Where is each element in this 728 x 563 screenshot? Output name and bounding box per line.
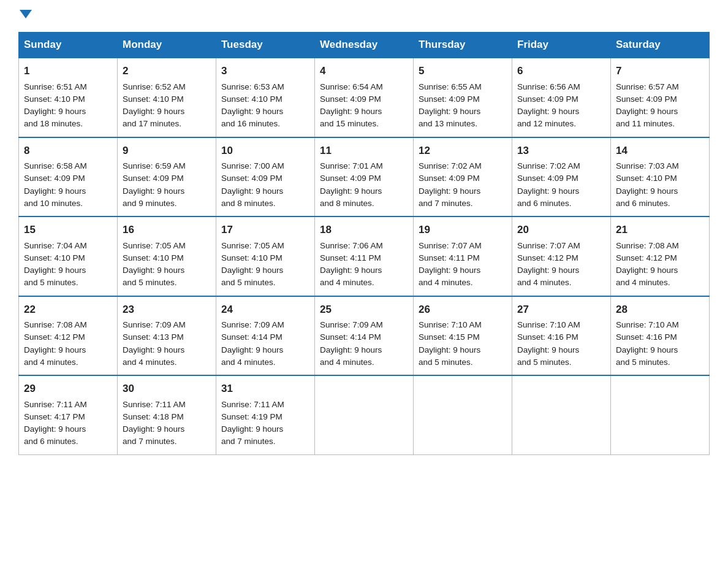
calendar-week-row: 29Sunrise: 7:11 AMSunset: 4:17 PMDayligh… [19, 375, 710, 454]
day-number: 16 [123, 222, 211, 238]
day-number: 27 [517, 302, 605, 318]
day-number: 8 [24, 143, 112, 159]
calendar-header-thursday: Thursday [414, 33, 512, 58]
calendar-day-cell: 1Sunrise: 6:51 AMSunset: 4:10 PMDaylight… [19, 58, 118, 137]
calendar-day-cell: 12Sunrise: 7:02 AMSunset: 4:09 PMDayligh… [414, 137, 512, 217]
day-number: 22 [24, 302, 112, 318]
day-number: 24 [221, 302, 309, 318]
calendar-day-cell: 19Sunrise: 7:07 AMSunset: 4:11 PMDayligh… [414, 216, 512, 296]
day-number: 1 [24, 63, 112, 79]
calendar-day-cell: 30Sunrise: 7:11 AMSunset: 4:18 PMDayligh… [118, 375, 216, 454]
day-number: 7 [616, 63, 704, 79]
day-number: 12 [419, 143, 507, 159]
calendar-day-cell: 25Sunrise: 7:09 AMSunset: 4:14 PMDayligh… [315, 296, 414, 376]
calendar-header-saturday: Saturday [611, 33, 710, 58]
calendar-table: SundayMondayTuesdayWednesdayThursdayFrid… [18, 32, 710, 455]
day-number: 14 [616, 143, 704, 159]
logo [18, 12, 32, 21]
calendar-day-cell: 5Sunrise: 6:55 AMSunset: 4:09 PMDaylight… [414, 58, 512, 137]
calendar-day-cell: 29Sunrise: 7:11 AMSunset: 4:17 PMDayligh… [19, 375, 118, 454]
calendar-day-cell: 21Sunrise: 7:08 AMSunset: 4:12 PMDayligh… [611, 216, 710, 296]
calendar-day-cell: 7Sunrise: 6:57 AMSunset: 4:09 PMDaylight… [611, 58, 710, 137]
logo-triangle-icon [20, 10, 32, 18]
calendar-week-row: 15Sunrise: 7:04 AMSunset: 4:10 PMDayligh… [19, 216, 710, 296]
day-number: 11 [320, 143, 408, 159]
day-number: 18 [320, 222, 408, 238]
day-number: 30 [123, 381, 211, 397]
calendar-day-cell: 22Sunrise: 7:08 AMSunset: 4:12 PMDayligh… [19, 296, 118, 376]
calendar-day-cell: 11Sunrise: 7:01 AMSunset: 4:09 PMDayligh… [315, 137, 414, 217]
calendar-day-cell: 4Sunrise: 6:54 AMSunset: 4:09 PMDaylight… [315, 58, 414, 137]
day-number: 21 [616, 222, 704, 238]
calendar-day-cell: 23Sunrise: 7:09 AMSunset: 4:13 PMDayligh… [118, 296, 216, 376]
day-number: 5 [419, 63, 507, 79]
calendar-empty-cell [315, 375, 414, 454]
calendar-day-cell: 18Sunrise: 7:06 AMSunset: 4:11 PMDayligh… [315, 216, 414, 296]
calendar-day-cell: 3Sunrise: 6:53 AMSunset: 4:10 PMDaylight… [216, 58, 315, 137]
calendar-day-cell: 17Sunrise: 7:05 AMSunset: 4:10 PMDayligh… [216, 216, 315, 296]
day-number: 23 [123, 302, 211, 318]
calendar-week-row: 8Sunrise: 6:58 AMSunset: 4:09 PMDaylight… [19, 137, 710, 217]
calendar-empty-cell [414, 375, 512, 454]
calendar-day-cell: 8Sunrise: 6:58 AMSunset: 4:09 PMDaylight… [19, 137, 118, 217]
calendar-day-cell: 2Sunrise: 6:52 AMSunset: 4:10 PMDaylight… [118, 58, 216, 137]
calendar-day-cell: 14Sunrise: 7:03 AMSunset: 4:10 PMDayligh… [611, 137, 710, 217]
calendar-day-cell: 15Sunrise: 7:04 AMSunset: 4:10 PMDayligh… [19, 216, 118, 296]
day-number: 6 [517, 63, 605, 79]
calendar-week-row: 1Sunrise: 6:51 AMSunset: 4:10 PMDaylight… [19, 58, 710, 137]
day-number: 19 [419, 222, 507, 238]
day-number: 10 [221, 143, 309, 159]
calendar-header-tuesday: Tuesday [216, 33, 315, 58]
day-number: 17 [221, 222, 309, 238]
calendar-day-cell: 28Sunrise: 7:10 AMSunset: 4:16 PMDayligh… [611, 296, 710, 376]
calendar-header-row: SundayMondayTuesdayWednesdayThursdayFrid… [19, 33, 710, 58]
day-number: 29 [24, 381, 112, 397]
day-number: 13 [517, 143, 605, 159]
calendar-header-wednesday: Wednesday [315, 33, 414, 58]
calendar-day-cell: 27Sunrise: 7:10 AMSunset: 4:16 PMDayligh… [512, 296, 611, 376]
calendar-day-cell: 24Sunrise: 7:09 AMSunset: 4:14 PMDayligh… [216, 296, 315, 376]
calendar-day-cell: 31Sunrise: 7:11 AMSunset: 4:19 PMDayligh… [216, 375, 315, 454]
calendar-empty-cell [611, 375, 710, 454]
calendar-header-monday: Monday [118, 33, 216, 58]
calendar-week-row: 22Sunrise: 7:08 AMSunset: 4:12 PMDayligh… [19, 296, 710, 376]
page-header [18, 12, 710, 21]
calendar-day-cell: 6Sunrise: 6:56 AMSunset: 4:09 PMDaylight… [512, 58, 611, 137]
calendar-day-cell: 26Sunrise: 7:10 AMSunset: 4:15 PMDayligh… [414, 296, 512, 376]
day-number: 31 [221, 381, 309, 397]
day-number: 20 [517, 222, 605, 238]
day-number: 25 [320, 302, 408, 318]
day-number: 15 [24, 222, 112, 238]
calendar-day-cell: 13Sunrise: 7:02 AMSunset: 4:09 PMDayligh… [512, 137, 611, 217]
calendar-header-friday: Friday [512, 33, 611, 58]
day-number: 28 [616, 302, 704, 318]
day-number: 3 [221, 63, 309, 79]
day-number: 4 [320, 63, 408, 79]
calendar-day-cell: 10Sunrise: 7:00 AMSunset: 4:09 PMDayligh… [216, 137, 315, 217]
calendar-empty-cell [512, 375, 611, 454]
calendar-day-cell: 9Sunrise: 6:59 AMSunset: 4:09 PMDaylight… [118, 137, 216, 217]
day-number: 2 [123, 63, 211, 79]
day-number: 26 [419, 302, 507, 318]
calendar-header-sunday: Sunday [19, 33, 118, 58]
calendar-day-cell: 16Sunrise: 7:05 AMSunset: 4:10 PMDayligh… [118, 216, 216, 296]
calendar-day-cell: 20Sunrise: 7:07 AMSunset: 4:12 PMDayligh… [512, 216, 611, 296]
day-number: 9 [123, 143, 211, 159]
